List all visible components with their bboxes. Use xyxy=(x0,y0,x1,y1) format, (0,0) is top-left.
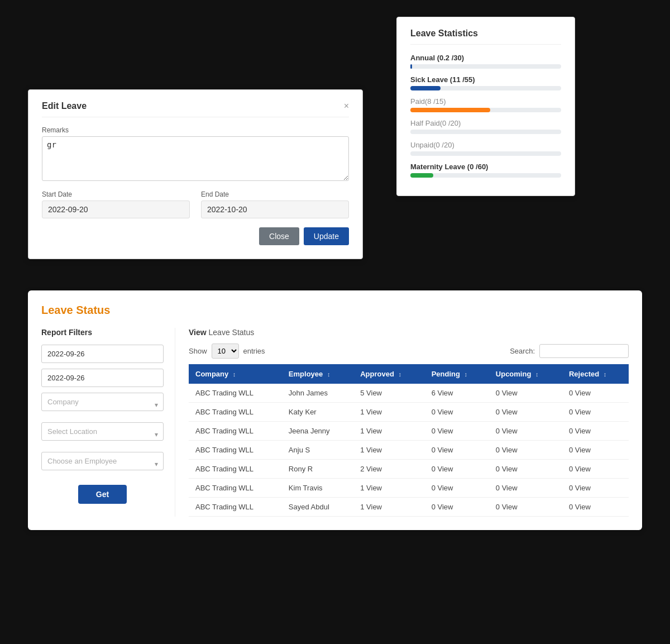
leave-stats-panel: Leave Statistics Annual (0.2 /30)Sick Le… xyxy=(396,17,575,196)
modal-title: Edit Leave xyxy=(42,101,87,111)
get-button[interactable]: Get xyxy=(78,485,127,504)
table-row: ABC Trading WLLSayed Abdul1 View0 View0 … xyxy=(189,498,629,517)
stat-bar-fill xyxy=(410,108,490,112)
cell-upcoming: 0 View xyxy=(489,498,562,517)
table-row: ABC Trading WLLRony R2 View0 View0 View0… xyxy=(189,460,629,479)
cell-rejected: 0 View xyxy=(562,403,629,422)
view-bold: View xyxy=(189,328,209,337)
stat-bar-fill xyxy=(410,64,412,69)
start-date-input[interactable] xyxy=(42,201,190,218)
cell-approved: 1 View xyxy=(353,498,424,517)
col-rejected: Rejected ↕ xyxy=(562,364,629,384)
cell-employee: John James xyxy=(282,384,353,403)
remarks-group: Remarks gr xyxy=(42,126,349,183)
date2-input[interactable] xyxy=(41,369,164,387)
cell-employee: Kim Travis xyxy=(282,479,353,498)
stat-label: Unpaid(0 /20) xyxy=(410,141,561,149)
stat-bar-bg xyxy=(410,64,561,69)
sort-icon-pending: ↕ xyxy=(465,371,468,378)
stat-item: Annual (0.2 /30) xyxy=(410,54,561,69)
modal-close-button[interactable]: × xyxy=(344,101,349,111)
leave-status-table: Company ↕ Employee ↕ Approved ↕ Pending … xyxy=(189,364,629,517)
cell-rejected: 0 View xyxy=(562,441,629,460)
cell-rejected: 0 View xyxy=(562,384,629,403)
cell-pending: 0 View xyxy=(425,422,489,441)
sort-icon-company: ↕ xyxy=(233,371,236,378)
cell-company: ABC Trading WLL xyxy=(189,460,282,479)
col-pending: Pending ↕ xyxy=(425,364,489,384)
cell-company: ABC Trading WLL xyxy=(189,498,282,517)
cell-rejected: 0 View xyxy=(562,498,629,517)
search-input[interactable] xyxy=(539,344,629,358)
cell-employee: Jeena Jenny xyxy=(282,422,353,441)
sort-icon-rejected: ↕ xyxy=(604,371,607,378)
date1-input[interactable] xyxy=(41,345,164,363)
date-row: Start Date End Date xyxy=(42,190,349,218)
company-select[interactable]: Company xyxy=(41,393,164,411)
table-head: Company ↕ Employee ↕ Approved ↕ Pending … xyxy=(189,364,629,384)
table-row: ABC Trading WLLKim Travis1 View0 View0 V… xyxy=(189,479,629,498)
stat-label: Half Paid(0 /20) xyxy=(410,119,561,127)
cell-pending: 0 View xyxy=(425,498,489,517)
end-date-group: End Date xyxy=(201,190,349,218)
update-button[interactable]: Update xyxy=(304,227,349,245)
table-header-row: View Leave Status xyxy=(189,328,629,337)
stat-item: Maternity Leave (0 /60) xyxy=(410,163,561,178)
col-employee: Employee ↕ xyxy=(282,364,353,384)
stat-bar-bg xyxy=(410,173,561,178)
table-row: ABC Trading WLLJeena Jenny1 View0 View0 … xyxy=(189,422,629,441)
stat-label: Paid(8 /15) xyxy=(410,97,561,106)
cell-company: ABC Trading WLL xyxy=(189,384,282,403)
cell-employee: Rony R xyxy=(282,460,353,479)
stat-item: Sick Leave (11 /55) xyxy=(410,75,561,90)
end-date-input[interactable] xyxy=(201,201,349,218)
table-head-row: Company ↕ Employee ↕ Approved ↕ Pending … xyxy=(189,364,629,384)
remarks-textarea[interactable]: gr xyxy=(42,136,349,181)
table-body: ABC Trading WLLJohn James5 View6 View0 V… xyxy=(189,384,629,517)
col-company: Company ↕ xyxy=(189,364,282,384)
show-entries: Show 10 25 50 entries xyxy=(189,344,265,359)
stats-items: Annual (0.2 /30)Sick Leave (11 /55)Paid(… xyxy=(410,54,561,178)
filters-title: Report Filters xyxy=(41,328,164,337)
cell-rejected: 0 View xyxy=(562,479,629,498)
close-button[interactable]: Close xyxy=(259,227,299,245)
location-select-wrapper: Select Location xyxy=(41,422,164,446)
employee-select[interactable]: Choose an Employee xyxy=(41,452,164,470)
search-box: Search: xyxy=(510,344,629,358)
cell-upcoming: 0 View xyxy=(489,441,562,460)
search-label: Search: xyxy=(510,347,535,355)
cell-rejected: 0 View xyxy=(562,460,629,479)
cell-pending: 6 View xyxy=(425,384,489,403)
cell-company: ABC Trading WLL xyxy=(189,422,282,441)
modal-footer: Close Update xyxy=(42,227,349,245)
show-label: Show xyxy=(189,347,207,355)
leave-status-section: Leave Status Report Filters Company Sele… xyxy=(28,290,642,530)
cell-employee: Katy Ker xyxy=(282,403,353,422)
entries-select[interactable]: 10 25 50 xyxy=(212,344,239,359)
location-select[interactable]: Select Location xyxy=(41,422,164,441)
cell-upcoming: 0 View xyxy=(489,384,562,403)
cell-approved: 1 View xyxy=(353,441,424,460)
cell-pending: 0 View xyxy=(425,441,489,460)
stat-bar-bg xyxy=(410,130,561,134)
filters-panel: Report Filters Company Select Location C… xyxy=(41,328,175,517)
sort-icon-employee: ↕ xyxy=(327,371,331,378)
view-label: View Leave Status xyxy=(189,328,254,337)
table-row: ABC Trading WLLAnju S1 View0 View0 View0… xyxy=(189,441,629,460)
table-row: ABC Trading WLLKaty Ker1 View0 View0 Vie… xyxy=(189,403,629,422)
col-approved: Approved ↕ xyxy=(353,364,424,384)
stat-label: Sick Leave (11 /55) xyxy=(410,75,561,84)
start-date-label: Start Date xyxy=(42,190,190,198)
stat-label: Maternity Leave (0 /60) xyxy=(410,163,561,171)
cell-pending: 0 View xyxy=(425,460,489,479)
stat-bar-bg xyxy=(410,151,561,156)
cell-upcoming: 0 View xyxy=(489,460,562,479)
cell-upcoming: 0 View xyxy=(489,403,562,422)
cell-company: ABC Trading WLL xyxy=(189,441,282,460)
end-date-label: End Date xyxy=(201,190,349,198)
cell-company: ABC Trading WLL xyxy=(189,479,282,498)
cell-company: ABC Trading WLL xyxy=(189,403,282,422)
cell-approved: 1 View xyxy=(353,479,424,498)
remarks-label: Remarks xyxy=(42,126,349,134)
edit-leave-modal: Edit Leave × Remarks gr Start Date End D… xyxy=(28,89,363,259)
